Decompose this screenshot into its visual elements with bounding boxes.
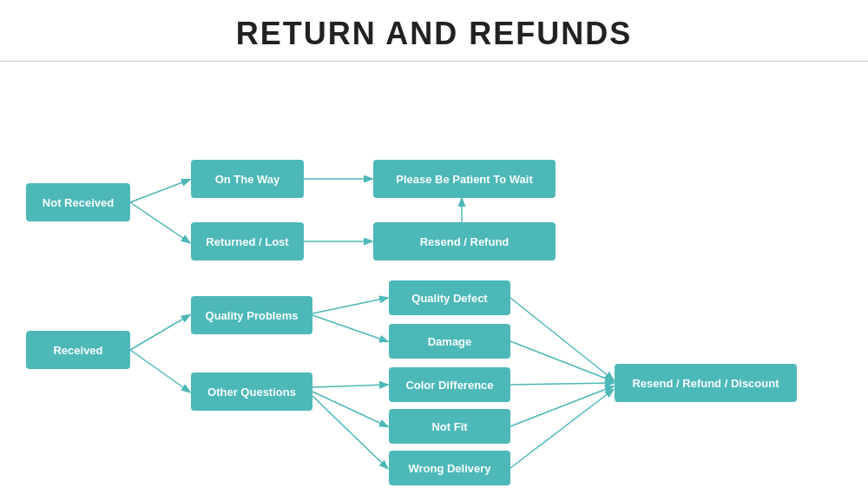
title-section: RETURN AND REFUNDS <box>0 0 868 62</box>
resend-refund-top-box: Resend / Refund <box>373 222 556 260</box>
quality-problems-box: Quality Problems <box>191 296 312 334</box>
resend-refund-discount-box: Resend / Refund / Discount <box>615 364 797 402</box>
please-be-patient-box: Please Be Patient To Wait <box>373 160 556 198</box>
svg-line-13 <box>510 341 613 381</box>
svg-line-8 <box>312 315 387 341</box>
svg-line-6 <box>130 350 189 392</box>
received-box: Received <box>26 331 130 369</box>
svg-line-7 <box>312 298 387 313</box>
damage-box: Damage <box>389 324 510 359</box>
svg-line-11 <box>312 396 387 468</box>
page-title: RETURN AND REFUNDS <box>236 16 633 51</box>
svg-line-5 <box>130 315 189 350</box>
wrong-delivery-box: Wrong Delivery <box>389 451 510 485</box>
svg-line-10 <box>312 392 387 426</box>
svg-line-15 <box>510 386 613 426</box>
quality-defect-box: Quality Defect <box>389 280 510 315</box>
svg-line-12 <box>510 298 613 379</box>
page-container: RETURN AND REFUNDS <box>0 0 868 488</box>
svg-line-14 <box>510 383 613 385</box>
not-fit-box: Not Fit <box>389 409 510 444</box>
svg-line-9 <box>312 385 387 387</box>
returned-lost-box: Returned / Lost <box>191 222 304 260</box>
diagram-area: Not Received On The Way Returned / Lost … <box>0 62 868 478</box>
svg-line-16 <box>510 390 613 468</box>
other-questions-box: Other Questions <box>191 373 312 411</box>
svg-line-1 <box>130 202 189 242</box>
svg-line-0 <box>130 180 189 202</box>
on-the-way-box: On The Way <box>191 160 304 198</box>
color-difference-box: Color Difference <box>389 367 510 402</box>
not-received-box: Not Received <box>26 183 130 221</box>
